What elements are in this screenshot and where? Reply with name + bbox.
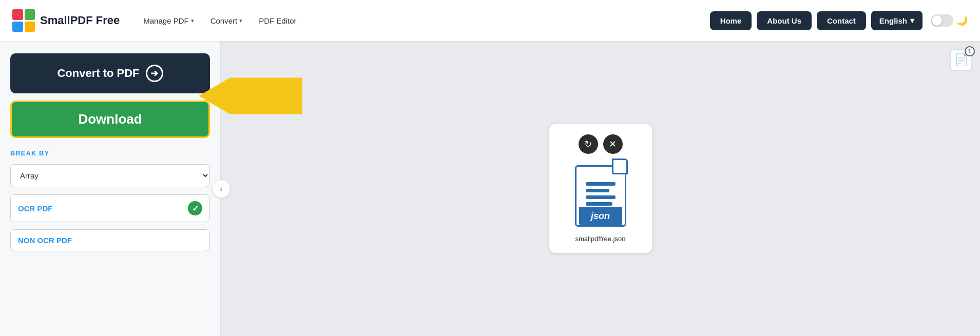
file-name-label: smallpdffree.json bbox=[575, 235, 625, 243]
non-ocr-pdf-option[interactable]: NON OCR PDF bbox=[10, 229, 210, 251]
json-file-body: json bbox=[575, 165, 626, 227]
ocr-pdf-label: OCR PDF bbox=[18, 204, 53, 213]
nav-pdf-editor[interactable]: PDF Editor bbox=[252, 12, 303, 29]
language-label: English bbox=[879, 16, 907, 25]
json-file-corner bbox=[612, 160, 626, 174]
json-line-3 bbox=[586, 195, 616, 199]
logo-icon bbox=[12, 9, 35, 32]
logo-area: SmallPDF Free bbox=[12, 9, 120, 32]
logo-cell-red bbox=[12, 9, 23, 20]
convert-arrow-circle-icon: ➔ bbox=[146, 65, 163, 82]
manage-pdf-chevron-icon: ▾ bbox=[191, 17, 194, 24]
about-us-button[interactable]: About Us bbox=[757, 11, 812, 30]
document-badge[interactable]: 📄 1 bbox=[950, 49, 972, 71]
non-ocr-pdf-label: NON OCR PDF bbox=[18, 236, 72, 245]
json-line-4 bbox=[586, 202, 612, 206]
json-type-label: json bbox=[591, 211, 610, 222]
download-arrow-indicator bbox=[199, 73, 307, 121]
document-icon: 📄 bbox=[954, 53, 968, 67]
close-button[interactable]: ✕ bbox=[603, 134, 623, 154]
convert-to-pdf-button[interactable]: Convert to PDF ➔ bbox=[10, 53, 210, 93]
file-card-actions: ↻ ✕ bbox=[579, 134, 623, 154]
header-right: Home About Us Contact English ▾ 🌙 bbox=[710, 11, 968, 30]
logo-title: SmallPDF Free bbox=[40, 14, 120, 27]
nav-convert[interactable]: Convert ▾ bbox=[203, 12, 250, 29]
collapse-chevron-icon: ‹ bbox=[220, 184, 222, 193]
moon-icon: 🌙 bbox=[956, 15, 968, 26]
language-button[interactable]: English ▾ bbox=[871, 11, 923, 30]
break-by-label: BREAK BY bbox=[10, 149, 210, 157]
theme-toggle[interactable] bbox=[931, 14, 953, 27]
json-line-2 bbox=[586, 189, 609, 192]
file-card: ↻ ✕ json bbox=[549, 124, 652, 253]
right-panel: ↻ ✕ json bbox=[221, 41, 980, 336]
document-badge-icon: 📄 1 bbox=[950, 49, 972, 71]
logo-cell-yellow bbox=[25, 22, 35, 32]
theme-toggle-area: 🌙 bbox=[931, 14, 968, 27]
arrow-svg bbox=[199, 73, 307, 119]
main-layout: Convert to PDF ➔ Download BREAK BY Array… bbox=[0, 41, 980, 336]
json-label-bar: json bbox=[579, 207, 622, 225]
download-button[interactable]: Download bbox=[10, 101, 210, 138]
toggle-thumb bbox=[932, 15, 942, 26]
badge-count: 1 bbox=[965, 46, 975, 56]
header: SmallPDF Free Manage PDF ▾ Convert ▾ PDF… bbox=[0, 0, 980, 41]
convert-chevron-icon: ▾ bbox=[239, 17, 242, 24]
json-line-1 bbox=[586, 182, 616, 186]
home-button[interactable]: Home bbox=[710, 11, 752, 30]
contact-button[interactable]: Contact bbox=[817, 11, 866, 30]
ocr-check-icon: ✓ bbox=[188, 201, 202, 215]
left-panel: Convert to PDF ➔ Download BREAK BY Array… bbox=[0, 41, 221, 336]
collapse-panel-button[interactable]: ‹ bbox=[212, 180, 230, 198]
logo-cell-green bbox=[25, 9, 35, 20]
break-by-dropdown[interactable]: Array Object Line bbox=[10, 164, 210, 187]
convert-to-pdf-label: Convert to PDF bbox=[57, 67, 139, 80]
nav-convert-label: Convert bbox=[210, 16, 238, 25]
nav-pdf-editor-label: PDF Editor bbox=[259, 16, 296, 25]
ocr-pdf-option[interactable]: OCR PDF ✓ bbox=[10, 194, 210, 222]
nav-menu: Manage PDF ▾ Convert ▾ PDF Editor bbox=[136, 12, 709, 29]
language-chevron-icon: ▾ bbox=[910, 16, 914, 25]
logo-cell-blue bbox=[12, 22, 23, 32]
nav-manage-pdf-label: Manage PDF bbox=[143, 16, 188, 25]
refresh-button[interactable]: ↻ bbox=[579, 134, 598, 154]
nav-manage-pdf[interactable]: Manage PDF ▾ bbox=[136, 12, 201, 29]
svg-marker-0 bbox=[199, 78, 302, 114]
json-file-icon: json bbox=[572, 160, 629, 227]
